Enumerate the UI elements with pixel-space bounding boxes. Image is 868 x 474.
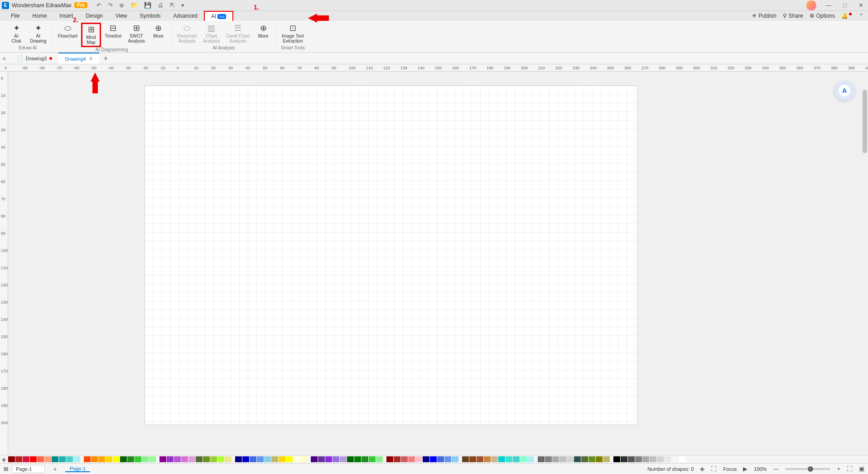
color-swatch[interactable] bbox=[142, 456, 149, 462]
color-swatch[interactable] bbox=[106, 456, 112, 462]
color-swatch[interactable] bbox=[149, 456, 156, 462]
color-swatch[interactable] bbox=[376, 456, 383, 462]
page-tab-1[interactable]: Page-1 bbox=[65, 466, 90, 472]
color-swatch[interactable] bbox=[628, 456, 635, 462]
eyedropper-icon[interactable]: ◈ bbox=[2, 456, 6, 463]
new-icon[interactable]: ⊕ bbox=[119, 2, 124, 9]
color-swatch[interactable] bbox=[415, 456, 422, 462]
color-swatch[interactable] bbox=[596, 456, 603, 462]
color-swatch[interactable] bbox=[477, 456, 483, 462]
color-swatch[interactable] bbox=[369, 456, 376, 462]
minimize-button[interactable]: — bbox=[823, 2, 834, 9]
presentation-icon[interactable]: ▶ bbox=[743, 465, 747, 472]
color-swatch[interactable] bbox=[527, 456, 534, 462]
color-swatch[interactable] bbox=[257, 456, 264, 462]
color-swatch[interactable] bbox=[159, 456, 166, 462]
color-swatch[interactable] bbox=[469, 456, 476, 462]
color-swatch[interactable] bbox=[127, 456, 134, 462]
undo-icon[interactable]: ↶ bbox=[96, 2, 101, 9]
tool-gantt-analysis[interactable]: ☰Gantt ChartAnalysis bbox=[223, 23, 252, 44]
color-swatch[interactable] bbox=[44, 456, 51, 462]
color-swatch[interactable] bbox=[333, 456, 339, 462]
open-icon[interactable]: 📁 bbox=[130, 2, 138, 9]
share-button[interactable]: ⚲ Share bbox=[783, 13, 803, 19]
color-swatch[interactable] bbox=[271, 456, 278, 462]
color-swatch[interactable] bbox=[545, 456, 552, 462]
color-swatch[interactable] bbox=[300, 456, 307, 462]
focus-label[interactable]: Focus bbox=[723, 466, 737, 472]
layers-icon[interactable]: ◈ bbox=[700, 465, 704, 472]
scrollbar-vertical[interactable] bbox=[862, 72, 868, 455]
collapse-ribbon-icon[interactable]: ⌃ bbox=[859, 13, 863, 19]
color-swatch[interactable] bbox=[513, 456, 520, 462]
color-swatch[interactable] bbox=[452, 456, 458, 462]
color-swatch[interactable] bbox=[394, 456, 400, 462]
dropdown-icon[interactable]: ▾ bbox=[181, 2, 184, 9]
color-swatch[interactable] bbox=[181, 456, 188, 462]
color-swatch[interactable] bbox=[59, 456, 66, 462]
save-icon[interactable]: 💾 bbox=[144, 2, 151, 9]
color-swatch[interactable] bbox=[91, 456, 98, 462]
color-swatch[interactable] bbox=[650, 456, 656, 462]
color-swatch[interactable] bbox=[567, 456, 574, 462]
color-swatch[interactable] bbox=[362, 456, 368, 462]
menu-symbols[interactable]: Symbols bbox=[134, 11, 167, 21]
color-swatch[interactable] bbox=[135, 456, 141, 462]
color-swatch[interactable] bbox=[408, 456, 415, 462]
color-swatch[interactable] bbox=[679, 456, 685, 462]
color-swatch[interactable] bbox=[603, 456, 610, 462]
color-swatch[interactable] bbox=[113, 456, 120, 462]
color-swatch[interactable] bbox=[174, 456, 181, 462]
color-swatch[interactable] bbox=[225, 456, 231, 462]
print-icon[interactable]: 🖨 bbox=[158, 2, 164, 9]
options-button[interactable]: ⚙ Options bbox=[810, 13, 835, 19]
color-swatch[interactable] bbox=[52, 456, 58, 462]
zoom-slider[interactable] bbox=[785, 468, 830, 470]
color-swatch[interactable] bbox=[642, 456, 649, 462]
color-swatch[interactable] bbox=[325, 456, 332, 462]
color-swatch[interactable] bbox=[671, 456, 678, 462]
color-swatch[interactable] bbox=[203, 456, 210, 462]
tool-chart-analysis[interactable]: ▥ChartAnalysis bbox=[200, 23, 222, 44]
notifications-icon[interactable]: 🔔 bbox=[841, 13, 853, 19]
color-swatch[interactable] bbox=[538, 456, 545, 462]
redo-icon[interactable]: ↷ bbox=[108, 2, 113, 9]
color-swatch[interactable] bbox=[37, 456, 44, 462]
color-swatch[interactable] bbox=[430, 456, 437, 462]
maximize-button[interactable]: □ bbox=[840, 2, 849, 9]
tool-timeline[interactable]: ⊟Timeline bbox=[102, 23, 124, 47]
color-swatch[interactable] bbox=[621, 456, 627, 462]
color-swatch[interactable] bbox=[354, 456, 361, 462]
menu-design[interactable]: Design bbox=[79, 11, 109, 21]
color-swatch[interactable] bbox=[574, 456, 581, 462]
tool-ai-chat[interactable]: ✦AIChat bbox=[6, 23, 26, 44]
color-swatch[interactable] bbox=[264, 456, 271, 462]
scrollbar-thumb[interactable] bbox=[863, 90, 867, 153]
export-icon[interactable]: ⇱ bbox=[170, 2, 175, 9]
color-swatch[interactable] bbox=[84, 456, 91, 462]
tool-analysis-more[interactable]: ⊕More bbox=[253, 23, 273, 44]
zoom-in-icon[interactable]: + bbox=[837, 465, 840, 472]
color-swatch[interactable] bbox=[250, 456, 256, 462]
color-swatch[interactable] bbox=[491, 456, 498, 462]
drawing-page[interactable] bbox=[144, 85, 638, 425]
menu-file[interactable]: File bbox=[5, 11, 26, 21]
color-swatch[interactable] bbox=[235, 456, 242, 462]
color-swatch[interactable] bbox=[520, 456, 527, 462]
tool-image-text-extraction[interactable]: ⊡Image TextExtraction bbox=[279, 23, 307, 44]
color-swatch[interactable] bbox=[588, 456, 595, 462]
user-avatar[interactable] bbox=[806, 0, 816, 10]
color-swatch[interactable] bbox=[581, 456, 588, 462]
tool-diagramming-more[interactable]: ⊕More bbox=[149, 23, 169, 47]
color-swatch[interactable] bbox=[30, 456, 37, 462]
color-swatch[interactable] bbox=[340, 456, 347, 462]
color-swatch[interactable] bbox=[311, 456, 318, 462]
doc-tab-drawing4[interactable]: Drawing4 ✕ bbox=[58, 53, 99, 64]
color-swatch[interactable] bbox=[635, 456, 642, 462]
color-swatch[interactable] bbox=[293, 456, 300, 462]
color-swatch[interactable] bbox=[347, 456, 354, 462]
menu-ai[interactable]: AI hot bbox=[204, 11, 233, 21]
tool-flowchart[interactable]: ⬭Flowchart bbox=[55, 23, 80, 47]
color-swatch[interactable] bbox=[552, 456, 559, 462]
add-page-button[interactable]: + bbox=[48, 465, 61, 473]
